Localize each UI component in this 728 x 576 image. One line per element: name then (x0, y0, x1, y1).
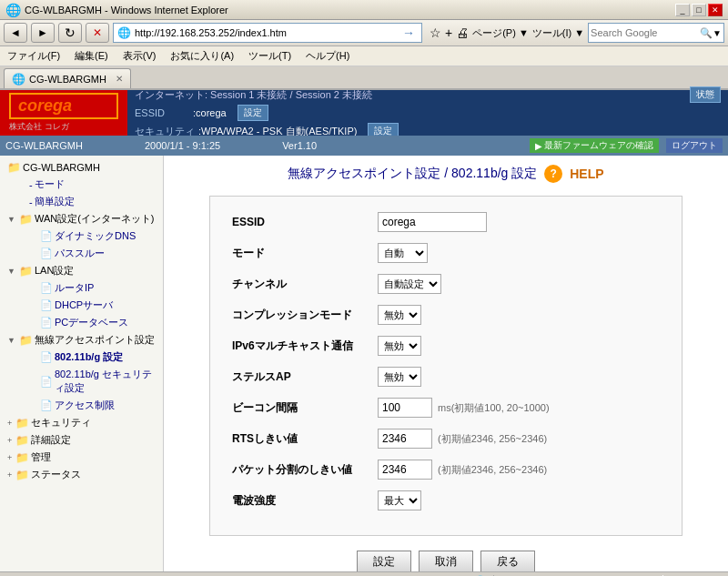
beacon-field-label: ビーコン間隔 (232, 400, 378, 416)
signal-select[interactable]: 最大中小 (378, 490, 421, 510)
nav-bar-right: ▶ 最新ファームウェアの確認 ログアウト (530, 138, 723, 153)
sidebar-item-root[interactable]: 📁 CG-WLBARGMH (0, 159, 163, 176)
menu-edit[interactable]: 編集(E) (71, 48, 112, 64)
sidebar-item-pcdb[interactable]: 📄 PCデータベース (0, 314, 163, 331)
browser-tab[interactable]: 🌐 CG-WLBARGMH ✕ (4, 68, 131, 88)
sidebar-item-simple[interactable]: - 簡単設定 (0, 193, 163, 210)
menu-help[interactable]: ヘルプ(H) (302, 48, 353, 64)
sidebar-item-ddns[interactable]: 📄 ダイナミックDNS (0, 227, 163, 245)
sidebar-item-mode[interactable]: - モード (0, 176, 163, 193)
lan-folder-icon: 📁 (19, 265, 33, 278)
frag-input[interactable] (378, 460, 432, 480)
search-bar: 🔍 ▼ (588, 23, 724, 43)
ddns-icon: 📄 (40, 230, 53, 242)
tools-menu-btn[interactable]: ツール(I) ▼ (532, 26, 584, 40)
stealth-select[interactable]: 無効有効 (378, 367, 421, 387)
corega-logo: corega 株式会社 コレガ (0, 90, 127, 136)
root-folder-icon: 📁 (7, 161, 21, 174)
wireless-expand-icon: ▼ (7, 336, 15, 345)
frag-note: (初期値2346, 256~2346) (438, 463, 547, 477)
sidebar-item-dhcp[interactable]: 📄 DHCPサーバ (0, 297, 163, 314)
menu-favorites[interactable]: お気に入り(A) (167, 48, 238, 64)
mgmt-folder-icon: 📁 (15, 451, 29, 464)
search-dropdown-icon[interactable]: ▼ (713, 28, 722, 38)
fw-arrow-icon: ▶ (535, 141, 542, 151)
save-button[interactable]: 設定 (357, 551, 411, 571)
main-content: 無線アクセスポイント設定 / 802.11b/g 設定 ? HELP ESSID… (164, 156, 728, 571)
tab-close-icon[interactable]: ✕ (116, 74, 123, 84)
page-menu-btn[interactable]: ページ(P) ▼ (472, 26, 529, 40)
refresh-button[interactable]: ↻ (58, 23, 82, 43)
config-button-1[interactable]: 設定 (238, 105, 268, 121)
menu-tools[interactable]: ツール(T) (245, 48, 295, 64)
help-label[interactable]: HELP (570, 167, 603, 181)
essid-field[interactable] (378, 212, 487, 232)
compress-select[interactable]: 無効有効 (378, 305, 421, 325)
page-title: 無線アクセスポイント設定 / 802.11b/g 設定 ? HELP (178, 165, 713, 183)
stop-button[interactable]: ✕ (86, 23, 109, 43)
go-button[interactable]: → (399, 24, 418, 42)
wan-folder-icon: 📁 (19, 213, 33, 226)
search-input[interactable] (591, 24, 700, 42)
beacon-input[interactable] (378, 398, 432, 418)
bg-icon: 📄 (40, 351, 53, 363)
frag-field-label: パケット分割のしきい値 (232, 462, 378, 478)
help-icon[interactable]: ? (544, 165, 562, 183)
sidebar-item-detail[interactable]: + 📁 詳細設定 (0, 431, 163, 449)
sidebar-item-router-ip[interactable]: 📄 ルータIP (0, 279, 163, 297)
cancel-button[interactable]: 取消 (419, 551, 473, 571)
sidebar-item-management[interactable]: + 📁 管理 (0, 449, 163, 466)
rts-field-row: RTSしきい値 (初期値2346, 256~2346) (232, 428, 660, 450)
sidebar-item-lan[interactable]: ▼ 📁 LAN設定 (0, 262, 163, 279)
bgsec-icon: 📄 (40, 376, 53, 388)
menu-view[interactable]: 表示(V) (119, 48, 160, 64)
essid-field-label: ESSID (232, 216, 378, 228)
channel-select[interactable]: 自動設定1611 (378, 274, 441, 294)
compress-field-row: コンプレッションモード 無効有効 (232, 304, 660, 326)
sidebar-item-wan[interactable]: ▼ 📁 WAN設定(インターネット) (0, 210, 163, 227)
address-input[interactable] (135, 27, 399, 38)
sidebar-item-status[interactable]: + 📁 ステータス (0, 466, 163, 483)
forward-button[interactable]: ► (31, 23, 55, 43)
mode-select[interactable]: 自動b専用g専用 (378, 243, 428, 263)
menu-file[interactable]: ファイル(F) (4, 48, 64, 64)
logo-text: corega (9, 93, 118, 119)
internet-status-row: インターネット: Session 1 未接続 / Session 2 未接続 状… (135, 86, 721, 103)
sidebar-item-passthrough[interactable]: 📄 パススルー (0, 245, 163, 262)
ipv6-select[interactable]: 無効有効 (378, 336, 421, 356)
browser-menubar: ファイル(F) 編集(E) 表示(V) お気に入り(A) ツール(T) ヘルプ(… (0, 46, 728, 66)
maximize-button[interactable]: □ (692, 4, 706, 16)
router-nav-bar: CG-WLBARGMH 2000/1/1 - 9:1:25 Ver1.10 ▶ … (0, 136, 728, 156)
close-button[interactable]: ✕ (708, 4, 723, 16)
frag-field-row: パケット分割のしきい値 (初期値2346, 256~2346) (232, 459, 660, 480)
channel-field-row: チャンネル 自動設定1611 (232, 273, 660, 295)
minimize-button[interactable]: _ (675, 4, 690, 16)
search-button[interactable]: 🔍 (700, 27, 713, 39)
router-header: corega 株式会社 コレガ インターネット: Session 1 未接続 /… (0, 90, 728, 136)
router-header-info: インターネット: Session 1 未接続 / Session 2 未接続 状… (127, 90, 728, 136)
fw-link[interactable]: ▶ 最新ファームウェアの確認 (530, 138, 659, 153)
sidebar-item-wireless[interactable]: ▼ 📁 無線アクセスポイント設定 (0, 331, 163, 349)
channel-field-label: チャンネル (232, 277, 378, 292)
back-button[interactable]: ◄ (4, 23, 27, 43)
back-button-form[interactable]: 戻る (480, 551, 535, 571)
rts-field-label: RTSしきい値 (232, 431, 378, 447)
beacon-field-row: ビーコン間隔 ms(初期値100, 20~1000) (232, 397, 660, 419)
sidebar-item-80211bg[interactable]: 📄 802.11b/g 設定 (0, 349, 163, 366)
internet-status: インターネット: Session 1 未接続 / Session 2 未接続 (135, 88, 372, 102)
sidebar-item-80211bg-sec[interactable]: 📄 802.11b/g セキュリティ設定 (0, 366, 163, 397)
access-icon: 📄 (40, 399, 53, 411)
page-content: corega 株式会社 コレガ インターネット: Session 1 未接続 /… (0, 90, 728, 571)
settings-box: ESSID モード 自動b専用g専用 チャンネル 自動設定1611 (209, 196, 682, 536)
status-button[interactable]: 状態 (690, 86, 721, 103)
ipv6-field-label: IPv6マルチキャスト通信 (232, 339, 378, 354)
sidebar-item-security[interactable]: + 📁 セキュリティ (0, 414, 163, 431)
signal-field-row: 電波強度 最大中小 (232, 490, 660, 511)
logout-button[interactable]: ログアウト (666, 138, 723, 153)
sidebar-item-access[interactable]: 📄 アクセス制限 (0, 397, 163, 414)
ie-nav-icon: 🌐 (117, 26, 131, 39)
rts-input[interactable] (378, 429, 432, 449)
nav-ver: Ver1.10 (282, 140, 317, 151)
sidebar: 📁 CG-WLBARGMH - モード - 簡単設定 ▼ 📁 WAN設定(インタ… (0, 156, 164, 571)
security-folder-icon: 📁 (15, 417, 29, 429)
